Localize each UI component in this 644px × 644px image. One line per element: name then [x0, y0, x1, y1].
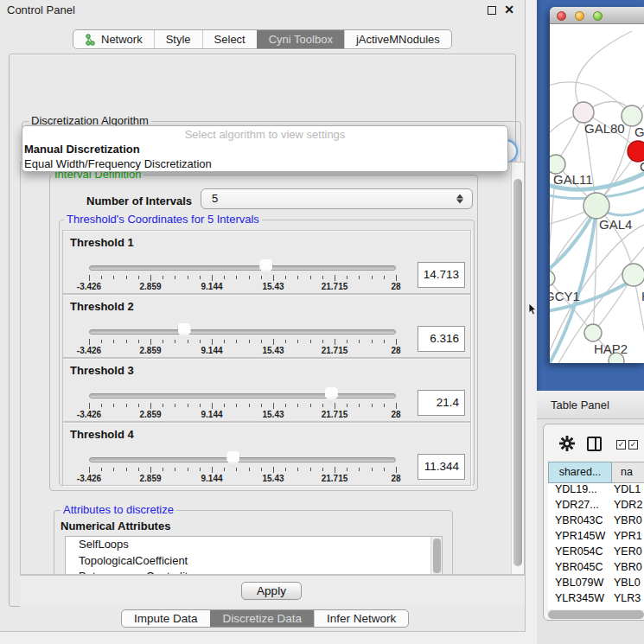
- dropdown-item-equal-width[interactable]: Equal Width/Frequency Discretization: [22, 156, 507, 171]
- checkbox-icon-2[interactable]: ✓: [628, 440, 638, 450]
- threshold-value-field[interactable]: 14.713: [418, 262, 465, 288]
- attribute-list-item[interactable]: SelfLoops: [66, 537, 442, 553]
- tick-label: 28: [370, 410, 422, 419]
- attribute-list-item[interactable]: BetweennessCentrality: [66, 569, 442, 575]
- cell-shared-name: YIL052C: [548, 608, 614, 609]
- tick-label: 9.144: [186, 346, 238, 355]
- table-row[interactable]: YDR27...YDR2: [548, 499, 644, 514]
- tab-cyni-toolbox[interactable]: Cyni Toolbox: [257, 30, 344, 48]
- close-icon[interactable]: ✕: [504, 3, 514, 16]
- attribute-list-item[interactable]: TopologicalCoefficient: [66, 553, 442, 570]
- table-row[interactable]: YBR045CYBR0: [548, 561, 644, 577]
- node-table[interactable]: YDL19...YDL1YDR27...YDR2YBR043CYBR0YPR14…: [548, 483, 644, 609]
- table-row[interactable]: YBL079WYBL0: [548, 577, 644, 592]
- gear-icon[interactable]: [559, 436, 575, 451]
- minimize-traffic-light-icon[interactable]: [575, 11, 584, 21]
- cell-shared-name: YDR27...: [548, 499, 614, 511]
- tab-impute-data[interactable]: Impute Data: [122, 610, 210, 627]
- tick-label: 9.144: [186, 282, 238, 291]
- tick-label: -3.426: [63, 346, 115, 355]
- tab-jactivemnodules[interactable]: jActiveMNodules: [344, 30, 451, 48]
- numerical-attributes-list[interactable]: SelfLoopsTopologicalCoefficientBetweenne…: [65, 536, 443, 575]
- apply-button[interactable]: Apply: [241, 582, 302, 600]
- attributes-group-label: Attributes to discretize: [61, 503, 176, 516]
- cell-shared-name: YBR043C: [548, 514, 614, 526]
- number-of-intervals-value: 5: [212, 189, 218, 208]
- node-gal4[interactable]: [583, 193, 609, 219]
- threshold-value-field[interactable]: 21.4: [418, 390, 465, 416]
- table-row[interactable]: YLR345WYLR3: [548, 592, 644, 608]
- cell-shared-name: YLR345W: [548, 592, 614, 604]
- threshold-slider-track[interactable]: [89, 457, 396, 462]
- tick-label: 21.715: [309, 410, 360, 419]
- node-hap2[interactable]: [584, 324, 602, 341]
- tick-label: 28: [370, 474, 422, 483]
- cyni-bottom-tabs: Impute DataDiscretize DataInfer Network: [121, 609, 409, 628]
- node-h-partial[interactable]: [622, 264, 644, 286]
- tick-label: 28: [370, 346, 422, 355]
- tick-label: 2.859: [124, 474, 176, 483]
- tab-style[interactable]: Style: [154, 30, 202, 48]
- control-panel-titlebar: Control Panel ✕: [0, 0, 525, 19]
- tick-label: -3.426: [63, 474, 115, 483]
- settings-scroll-area: Interval Definition Number of Intervals …: [20, 162, 525, 575]
- settings-vertical-scrollbar[interactable]: [511, 163, 524, 574]
- tab-infer-network[interactable]: Infer Network: [314, 610, 408, 627]
- tick-label: 21.715: [309, 282, 360, 291]
- node-gal80[interactable]: [573, 102, 594, 123]
- cell-shared-name: YBR045C: [548, 561, 614, 573]
- threshold-value-field[interactable]: 11.344: [418, 454, 465, 480]
- tick-label: 9.144: [186, 474, 238, 483]
- close-traffic-light-icon[interactable]: [557, 11, 566, 21]
- cell-name: YBR0: [614, 514, 642, 526]
- threshold-label: Threshold 2: [70, 300, 134, 313]
- cell-name: YDR2: [614, 499, 642, 511]
- cyni-toolbox-panel: Discretization Algorithm Select algorith…: [9, 54, 516, 607]
- control-panel-window: Control Panel ✕ NetworkStyleSelectCyni T…: [0, 0, 526, 632]
- node-gal11[interactable]: [550, 155, 565, 174]
- table-row[interactable]: YDL19...YDL1: [548, 483, 644, 499]
- number-of-intervals-spinner[interactable]: 5: [201, 188, 473, 209]
- cell-name: YER0: [614, 545, 642, 558]
- table-row[interactable]: YBR043CYBR0: [548, 514, 644, 530]
- spinner-arrows-icon[interactable]: [456, 194, 463, 204]
- table-panel-body: ✓ ✓ shared... na YDL19...YDL1YDR27...YDR…: [537, 419, 644, 644]
- label-partial-c: C: [640, 159, 644, 174]
- table-horizontal-scrollbar[interactable]: [548, 610, 644, 619]
- zoom-traffic-light-icon[interactable]: [593, 11, 603, 21]
- threshold-slider-track[interactable]: [89, 329, 396, 335]
- tab-select[interactable]: Select: [202, 30, 257, 48]
- threshold-value-field[interactable]: 6.316: [418, 326, 465, 352]
- dropdown-placeholder-item[interactable]: Select algorithm to view settings: [22, 126, 507, 142]
- column-header-shared-name[interactable]: shared...: [548, 462, 612, 483]
- tick-label: 2.859: [124, 346, 176, 355]
- column-header-name[interactable]: na: [612, 462, 644, 483]
- dropdown-item-manual[interactable]: Manual Discretization: [22, 142, 507, 156]
- checkbox-icon-1[interactable]: ✓: [616, 440, 626, 450]
- float-window-icon[interactable]: [488, 6, 496, 15]
- network-canvas[interactable]: GAL80 GA GAL11 C GAL4 GCY1 H HAP2: [550, 24, 644, 363]
- cell-name: YPR1: [614, 530, 642, 542]
- cell-name: YIL0: [614, 608, 636, 609]
- label-partial-ga: GA: [634, 124, 644, 139]
- tab-network[interactable]: Network: [73, 30, 154, 48]
- number-of-intervals-label: Number of Intervals: [84, 194, 194, 207]
- table-row[interactable]: YPR145WYPR1: [548, 530, 644, 545]
- attributes-list-scrollbar[interactable]: [430, 537, 442, 575]
- table-row[interactable]: YIL052CYIL0: [548, 608, 644, 609]
- threshold-slider-track[interactable]: [89, 265, 396, 271]
- tab-discretize-data[interactable]: Discretize Data: [210, 610, 315, 627]
- network-window-titlebar[interactable]: [550, 7, 644, 24]
- node-gcy1[interactable]: [550, 271, 555, 286]
- slider-ticks: [89, 338, 397, 345]
- network-view-window: GAL80 GA GAL11 C GAL4 GCY1 H HAP2: [550, 7, 644, 363]
- table-panel-inner: ✓ ✓ shared... na YDL19...YDL1YDR27...YDR…: [543, 424, 644, 621]
- cell-shared-name: YDL19...: [548, 483, 614, 495]
- table-row[interactable]: YER054CYER0: [548, 545, 644, 561]
- column-layout-icon[interactable]: [587, 437, 602, 451]
- table-panel-title: Table Panel: [551, 399, 609, 411]
- cell-name: YDL1: [614, 483, 641, 495]
- threshold-label: Threshold 4: [70, 428, 134, 441]
- threshold-slider-track[interactable]: [89, 393, 396, 399]
- tab-label: Cyni Toolbox: [269, 33, 333, 46]
